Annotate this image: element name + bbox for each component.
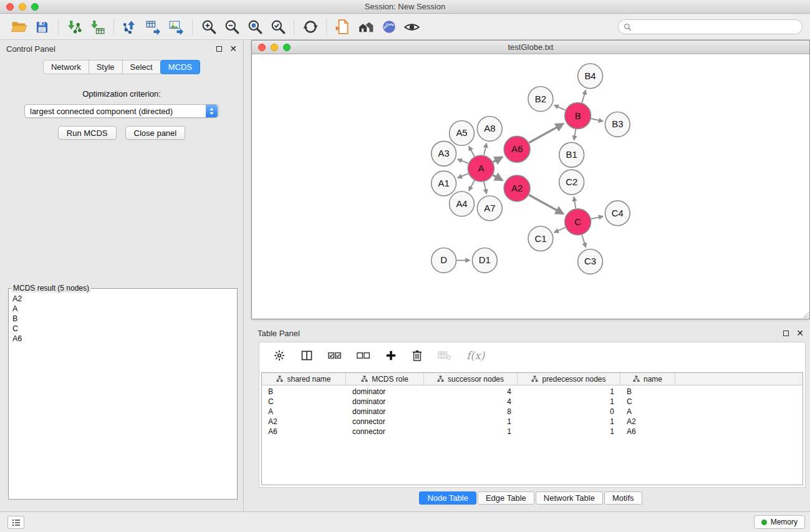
- optimization-criterion-select[interactable]: largest connected component (directed): [24, 104, 219, 118]
- zoom-selected-button[interactable]: [266, 16, 289, 37]
- new-network-button[interactable]: [118, 16, 142, 37]
- table-cell[interactable]: dominator: [346, 387, 424, 396]
- network-node[interactable]: C3: [578, 249, 603, 274]
- table-cell[interactable]: A2: [262, 417, 346, 426]
- table-cell[interactable]: B: [620, 387, 675, 396]
- style-paint-button[interactable]: [377, 16, 400, 37]
- zoom-out-button[interactable]: [220, 16, 243, 37]
- network-edge[interactable]: [554, 228, 566, 233]
- table-cell[interactable]: connector: [346, 417, 424, 426]
- column-header[interactable]: MCDS role: [346, 373, 424, 385]
- network-node[interactable]: D1: [472, 248, 497, 273]
- network-edge[interactable]: [529, 195, 563, 214]
- network-node[interactable]: B2: [528, 87, 553, 112]
- network-node[interactable]: A4: [450, 191, 475, 216]
- table-cell[interactable]: C: [620, 397, 675, 406]
- network-edge[interactable]: [484, 143, 486, 155]
- close-panel-icon[interactable]: ✕: [229, 44, 237, 53]
- open-session-button[interactable]: [7, 16, 31, 37]
- delete-column-button[interactable]: [412, 349, 423, 362]
- network-edge[interactable]: [582, 90, 586, 103]
- delete-table-button[interactable]: [438, 350, 451, 361]
- table-cell[interactable]: A: [262, 407, 346, 416]
- network-canvas[interactable]: B4B2BB3A5A8A6B1A3AC2A1A2A4A7CC4C1C3DD1: [253, 55, 809, 318]
- minimize-network-icon[interactable]: [271, 44, 278, 51]
- network-node[interactable]: A2: [504, 175, 530, 201]
- tab-network[interactable]: Network: [43, 60, 89, 74]
- mcds-result-item[interactable]: A6: [12, 334, 233, 344]
- network-node[interactable]: D: [432, 248, 456, 273]
- zoom-window-icon[interactable]: [31, 3, 39, 11]
- network-edge[interactable]: [591, 118, 603, 121]
- network-edge[interactable]: [493, 157, 503, 162]
- table-cell[interactable]: A2: [620, 417, 675, 426]
- mcds-result-item[interactable]: A2: [12, 294, 233, 304]
- tab-style[interactable]: Style: [89, 60, 123, 74]
- table-cell[interactable]: 1: [518, 417, 620, 426]
- network-edge[interactable]: [469, 147, 475, 157]
- float-panel-icon[interactable]: [216, 46, 222, 52]
- float-table-panel-icon[interactable]: [783, 331, 789, 336]
- network-node[interactable]: B: [565, 103, 591, 129]
- network-graph[interactable]: B4B2BB3A5A8A6B1A3AC2A1A2A4A7CC4C1C3DD1: [253, 55, 809, 318]
- table-cell[interactable]: C: [262, 397, 346, 406]
- table-settings-button[interactable]: [273, 349, 286, 362]
- export-image-button[interactable]: [165, 16, 188, 37]
- tab-network-table[interactable]: Network Table: [536, 491, 603, 505]
- minimize-window-icon[interactable]: [19, 3, 26, 11]
- table-cell[interactable]: dominator: [346, 397, 424, 406]
- close-window-icon[interactable]: [6, 3, 14, 11]
- mcds-result-item[interactable]: C: [12, 324, 233, 334]
- network-edge[interactable]: [574, 129, 576, 140]
- table-cell[interactable]: 1: [424, 417, 518, 426]
- network-window-titlebar[interactable]: testGlobe.txt: [252, 41, 809, 54]
- search-input[interactable]: [635, 22, 797, 32]
- table-cell[interactable]: dominator: [346, 407, 424, 416]
- network-node[interactable]: C: [565, 209, 591, 235]
- table-row[interactable]: Bdominator41B: [262, 387, 803, 397]
- table-cell[interactable]: 1: [518, 427, 620, 436]
- table-cell[interactable]: 8: [424, 407, 518, 416]
- table-cell[interactable]: 4: [424, 387, 518, 396]
- table-cell[interactable]: A6: [620, 427, 675, 436]
- network-edge[interactable]: [529, 123, 563, 142]
- network-node[interactable]: B4: [578, 64, 603, 89]
- save-session-button[interactable]: [31, 16, 54, 37]
- table-row[interactable]: A6connector11A6: [262, 427, 803, 437]
- show-columns-button[interactable]: [301, 349, 313, 362]
- close-table-panel-icon[interactable]: ✕: [796, 329, 804, 337]
- zoom-fit-button[interactable]: [243, 16, 266, 37]
- mcds-result-item[interactable]: A: [12, 304, 233, 314]
- network-edge[interactable]: [574, 197, 576, 208]
- task-history-button[interactable]: [7, 516, 24, 529]
- network-edge[interactable]: [458, 173, 468, 178]
- network-node[interactable]: A3: [432, 141, 456, 166]
- column-header[interactable]: successor nodes: [424, 373, 518, 385]
- table-row[interactable]: A2connector11A2: [262, 417, 803, 427]
- network-node[interactable]: C4: [605, 201, 630, 226]
- mcds-result-item[interactable]: B: [12, 314, 233, 324]
- network-edge[interactable]: [582, 235, 586, 248]
- network-node[interactable]: A7: [477, 196, 502, 221]
- import-table-button[interactable]: [86, 16, 109, 37]
- network-edge[interactable]: [554, 105, 566, 110]
- deselect-all-button[interactable]: [357, 351, 370, 360]
- table-cell[interactable]: 1: [424, 427, 518, 436]
- column-header[interactable]: shared name: [262, 373, 346, 385]
- network-node[interactable]: C2: [559, 170, 584, 195]
- table-cell[interactable]: A: [620, 407, 675, 416]
- network-edge[interactable]: [484, 182, 486, 194]
- resize-grip-icon[interactable]: [801, 311, 809, 319]
- create-column-button[interactable]: [385, 350, 397, 361]
- zoom-network-icon[interactable]: [283, 44, 291, 51]
- table-row[interactable]: Adominator80A: [262, 407, 803, 417]
- table-cell[interactable]: B: [262, 387, 346, 396]
- network-edge[interactable]: [591, 216, 603, 219]
- table-cell[interactable]: 1: [518, 387, 620, 396]
- network-file-button[interactable]: [331, 16, 354, 37]
- table-row[interactable]: Cdominator41C: [262, 397, 803, 407]
- memory-button[interactable]: Memory: [754, 515, 805, 529]
- run-mcds-button[interactable]: Run MCDS: [58, 126, 117, 140]
- table-cell[interactable]: connector: [346, 427, 424, 436]
- network-node[interactable]: A6: [504, 136, 530, 162]
